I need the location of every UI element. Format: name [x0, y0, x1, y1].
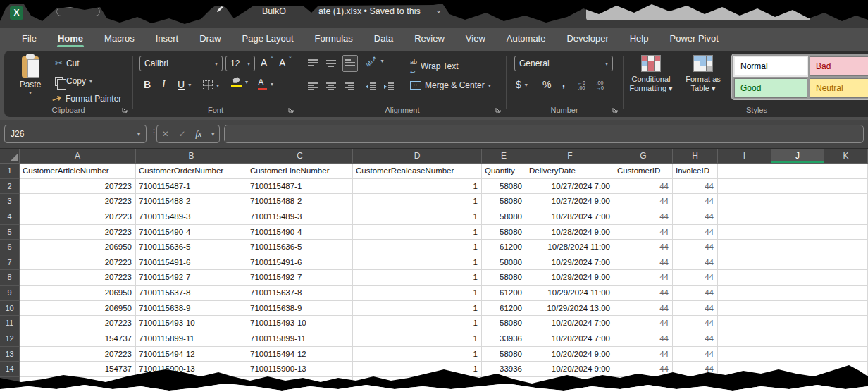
cell-B1[interactable]: CustomerOrderNumber [136, 164, 247, 179]
column-header-A[interactable]: A [20, 149, 136, 164]
cell-E4[interactable]: 58080 [482, 209, 526, 225]
cell-D14[interactable]: 1 [353, 362, 482, 377]
font-dialog-launcher[interactable] [287, 106, 294, 114]
cell-G9[interactable]: 44 [614, 286, 673, 301]
cell-F5[interactable]: 10/28/2024 9:00 [526, 225, 614, 240]
cell-A13[interactable]: 207223 [20, 347, 136, 362]
row-header-7[interactable]: 7 [0, 255, 20, 271]
cell-I5[interactable] [718, 225, 771, 240]
row-header-1[interactable]: 1 [0, 164, 20, 179]
cell-G6[interactable]: 44 [614, 240, 673, 255]
fill-color-button[interactable]: ▾ [231, 78, 248, 87]
row-header-11[interactable]: 11 [0, 316, 20, 331]
cell-H3[interactable]: 44 [673, 194, 718, 209]
cell-B5[interactable]: 7100115490-4 [136, 225, 247, 240]
cell-I[interactable] [718, 377, 771, 392]
cell-style-neutral[interactable]: Neutral [810, 78, 868, 98]
cell-J12[interactable] [771, 331, 824, 347]
column-header-B[interactable]: B [136, 149, 247, 164]
cell-C11[interactable]: 7100115493-10 [247, 316, 353, 331]
tab-help[interactable]: Help [621, 30, 658, 49]
cell-D11[interactable]: 1 [353, 316, 482, 331]
cell-G3[interactable]: 44 [614, 194, 673, 209]
cell-G[interactable] [614, 377, 673, 392]
cell-J13[interactable] [771, 347, 824, 362]
cell-F9[interactable]: 10/29/2024 11:00 [526, 286, 614, 301]
cell-F14[interactable]: 10/20/2024 9:00 [526, 362, 614, 377]
cell-I11[interactable] [718, 316, 771, 331]
cell-K2[interactable] [824, 179, 868, 195]
cell-F11[interactable]: 10/20/2024 7:00 [526, 316, 614, 331]
cell-B6[interactable]: 7100115636-5 [136, 240, 247, 255]
cell-K5[interactable] [824, 225, 868, 240]
tab-formulas[interactable]: Formulas [306, 30, 362, 49]
cell-A10[interactable]: 206950 [20, 301, 136, 317]
cell-I3[interactable] [718, 194, 771, 209]
cell-F2[interactable]: 10/27/2024 7:00 [526, 179, 614, 195]
cell-A8[interactable]: 207223 [20, 270, 136, 286]
row-header-14[interactable]: 14 [0, 362, 20, 377]
tab-automate[interactable]: Automate [497, 30, 555, 49]
title-dropdown-chevron-icon[interactable]: ⌄ [435, 6, 442, 15]
cell-B[interactable] [136, 377, 247, 392]
cell-I10[interactable] [718, 301, 771, 317]
orientation-button[interactable]: ab↗ ▾ [365, 58, 384, 64]
cell-A2[interactable]: 207223 [20, 179, 136, 195]
cell-J9[interactable] [771, 286, 824, 301]
cell-I12[interactable] [718, 331, 771, 347]
column-header-G[interactable]: G [614, 149, 673, 164]
align-center-icon[interactable] [326, 82, 337, 92]
format-painter-button[interactable]: Format Painter [52, 94, 121, 104]
cell-E5[interactable]: 58080 [482, 225, 526, 240]
cell-B14[interactable]: 7100115900-13 [136, 362, 247, 377]
cell-K8[interactable] [824, 270, 868, 286]
cell-D4[interactable]: 1 [353, 209, 482, 225]
cell-I7[interactable] [718, 255, 771, 271]
cut-button[interactable]: ✂ Cut [55, 58, 80, 68]
cell-F8[interactable]: 10/29/2024 9:00 [526, 270, 614, 286]
cell-B8[interactable]: 7100115492-7 [136, 270, 247, 286]
cell-J3[interactable] [771, 194, 824, 209]
number-dialog-launcher[interactable] [612, 106, 619, 114]
cell-B10[interactable]: 7100115638-9 [136, 301, 247, 317]
cell-F12[interactable]: 10/20/2024 7:00 [526, 331, 614, 347]
column-header-D[interactable]: D [353, 149, 482, 164]
tab-macros[interactable]: Macros [95, 30, 144, 49]
column-header-H[interactable]: H [673, 149, 718, 164]
cell-C7[interactable]: 7100115491-6 [247, 255, 353, 271]
cell-C6[interactable]: 7100115636-5 [247, 240, 353, 255]
cell-I9[interactable] [718, 286, 771, 301]
fx-chevron-icon[interactable]: ▾ [211, 131, 214, 137]
cell-J7[interactable] [771, 255, 824, 271]
cell-style-normal[interactable]: Normal [734, 56, 807, 76]
tab-power-pivot[interactable]: Power Pivot [660, 30, 727, 49]
row-header-partial[interactable] [0, 377, 20, 392]
cell-D3[interactable]: 1 [353, 194, 482, 209]
wrap-text-button[interactable]: ab↩ Wrap Text [410, 56, 459, 76]
clipboard-dialog-launcher[interactable] [121, 106, 128, 114]
cell-D13[interactable]: 1 [353, 347, 482, 362]
cell-E6[interactable]: 61200 [482, 240, 526, 255]
cell-F1[interactable]: DeliveryDate [526, 164, 614, 179]
borders-button[interactable]: ▾ [203, 80, 219, 90]
cell-D8[interactable]: 1 [353, 270, 482, 286]
cell-G10[interactable]: 44 [614, 301, 673, 317]
increase-indent-icon[interactable] [383, 82, 395, 92]
cell-E8[interactable]: 58080 [482, 270, 526, 286]
name-box[interactable]: J26 ▾ [4, 125, 147, 143]
decrease-indent-icon[interactable] [365, 82, 376, 92]
cell-K13[interactable] [824, 347, 868, 362]
cell-J10[interactable] [771, 301, 824, 317]
cell-K[interactable] [824, 377, 868, 392]
cell-G12[interactable]: 44 [614, 331, 673, 347]
cell-H11[interactable]: 44 [673, 316, 718, 331]
cell-J[interactable] [771, 377, 824, 392]
cell-C2[interactable]: 7100115487-1 [247, 179, 353, 195]
cell-G5[interactable]: 44 [614, 225, 673, 240]
cell-A6[interactable]: 206950 [20, 240, 136, 255]
insert-function-icon[interactable]: fx [195, 128, 202, 140]
increase-decimal-button[interactable]: ←0.00 [578, 80, 585, 90]
cell-C10[interactable]: 7100115638-9 [247, 301, 353, 317]
cell-H13[interactable]: 44 [673, 347, 718, 362]
cell-H1[interactable]: InvoiceID [673, 164, 718, 179]
